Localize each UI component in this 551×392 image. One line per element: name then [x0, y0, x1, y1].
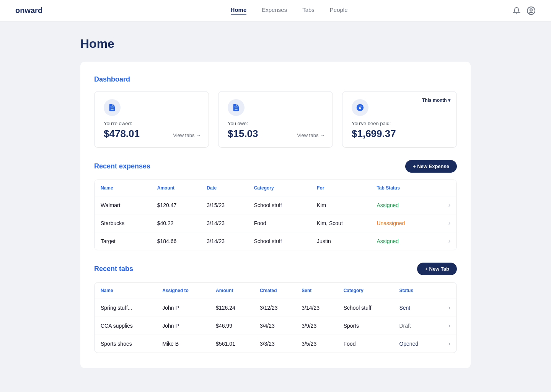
- dashboard-cards: You're owed: $478.01 View tabs → You owe…: [94, 91, 457, 148]
- expense-tab-status: Assigned: [370, 196, 434, 214]
- tab-created: 3/4/23: [254, 317, 295, 335]
- nav-people[interactable]: People: [330, 7, 348, 15]
- nav-tabs[interactable]: Tabs: [302, 7, 315, 15]
- tabs-col-amount: Amount: [210, 283, 254, 299]
- paid-card-icon: [352, 99, 368, 116]
- expense-row-chevron: ›: [434, 214, 456, 232]
- expense-for: Kim, Scout: [311, 214, 370, 232]
- owe-label: You owe:: [228, 121, 323, 126]
- tab-sent: 3/9/23: [295, 317, 337, 335]
- expense-name: Starbucks: [95, 214, 151, 232]
- new-tab-button[interactable]: + New Tab: [417, 263, 457, 275]
- nav-home[interactable]: Home: [231, 7, 247, 15]
- tab-status: Draft: [393, 317, 437, 335]
- expense-amount: $184.66: [151, 232, 201, 250]
- page-title: Home: [80, 37, 471, 51]
- col-amount: Amount: [151, 180, 201, 196]
- tabs-col-created: Created: [254, 283, 295, 299]
- expense-date: 3/14/23: [201, 214, 248, 232]
- expense-amount: $40.22: [151, 214, 201, 232]
- expense-row-chevron: ›: [434, 196, 456, 214]
- col-date: Date: [201, 180, 248, 196]
- new-expense-button[interactable]: + New Expense: [405, 160, 457, 173]
- tab-row[interactable]: CCA supplies John P $46.99 3/4/23 3/9/23…: [95, 317, 456, 335]
- expenses-header: Recent expenses + New Expense: [94, 160, 457, 173]
- expense-date: 3/15/23: [201, 196, 248, 214]
- navbar: onward Home Expenses Tabs People: [0, 0, 551, 21]
- expense-row-chevron: ›: [434, 232, 456, 250]
- tab-created: 3/12/23: [254, 299, 295, 317]
- tab-row[interactable]: Sports shoes Mike B $561.01 3/3/23 3/5/2…: [95, 335, 456, 353]
- tab-created: 3/3/23: [254, 335, 295, 353]
- expense-amount: $120.47: [151, 196, 201, 214]
- tab-row[interactable]: Spring stuff... John P $126.24 3/12/23 3…: [95, 299, 456, 317]
- dashboard-title: Dashboard: [94, 75, 457, 83]
- tabs-col-chevron: [437, 283, 456, 299]
- expense-category: Food: [248, 214, 311, 232]
- tabs-col-status: Status: [393, 283, 437, 299]
- page-content: Home Dashboard You're owed: $478.01 View…: [73, 21, 478, 384]
- expense-row[interactable]: Target $184.66 3/14/23 School stuff Just…: [95, 232, 456, 250]
- owe-card-icon: [228, 99, 245, 116]
- expenses-title: Recent expenses: [94, 162, 150, 170]
- tab-category: Sports: [337, 317, 393, 335]
- tab-amount: $561.01: [210, 335, 254, 353]
- tab-name: Sports shoes: [95, 335, 156, 353]
- tab-amount: $126.24: [210, 299, 254, 317]
- expense-date: 3/14/23: [201, 232, 248, 250]
- tab-category: Food: [337, 335, 393, 353]
- expense-tab-status: Unassigned: [370, 214, 434, 232]
- expense-for: Justin: [311, 232, 370, 250]
- tabs-title: Recent tabs: [94, 265, 133, 273]
- tabs-table: Name Assigned to Amount Created Sent Cat…: [95, 283, 456, 353]
- expense-name: Walmart: [95, 196, 151, 214]
- paid-card: This month ▾ You've been paid: $1,699.37: [342, 91, 457, 148]
- col-category: Category: [248, 180, 311, 196]
- col-tab-status: Tab Status: [370, 180, 434, 196]
- owe-card: You owe: $15.03 View tabs →: [218, 91, 333, 148]
- tabs-col-assigned: Assigned to: [156, 283, 210, 299]
- this-month-dropdown[interactable]: This month ▾: [422, 98, 450, 103]
- user-menu-button[interactable]: [527, 6, 536, 15]
- expense-tab-status: Assigned: [370, 232, 434, 250]
- owed-view-tabs[interactable]: View tabs →: [173, 132, 201, 138]
- app-logo: onward: [15, 6, 42, 15]
- expenses-header-row: Name Amount Date Category For Tab Status: [95, 180, 456, 196]
- main-card: Dashboard You're owed: $478.01 View tabs…: [80, 62, 471, 368]
- paid-value: $1,699.37: [352, 128, 447, 140]
- tab-row-chevron: ›: [437, 317, 456, 335]
- owe-view-tabs[interactable]: View tabs →: [297, 132, 325, 138]
- tab-row-chevron: ›: [437, 299, 456, 317]
- col-name: Name: [95, 180, 151, 196]
- nav-expenses[interactable]: Expenses: [262, 7, 287, 15]
- tab-sent: 3/14/23: [295, 299, 337, 317]
- tabs-col-category: Category: [337, 283, 393, 299]
- col-for: For: [311, 180, 370, 196]
- tab-assigned-to: Mike B: [156, 335, 210, 353]
- tab-row-chevron: ›: [437, 335, 456, 353]
- svg-point-1: [530, 9, 532, 11]
- expense-row[interactable]: Starbucks $40.22 3/14/23 Food Kim, Scout…: [95, 214, 456, 232]
- tabs-header: Recent tabs + New Tab: [94, 263, 457, 275]
- owed-card-icon: [104, 99, 121, 116]
- tab-amount: $46.99: [210, 317, 254, 335]
- tab-name: CCA supplies: [95, 317, 156, 335]
- paid-label: You've been paid:: [352, 121, 447, 126]
- owed-label: You're owed:: [104, 121, 199, 126]
- nav-links: Home Expenses Tabs People: [65, 7, 513, 15]
- recent-tabs-section: Recent tabs + New Tab Name Assigned to A…: [94, 263, 457, 353]
- dashboard-section: Dashboard You're owed: $478.01 View tabs…: [94, 75, 457, 148]
- expense-for: Kim: [311, 196, 370, 214]
- expense-category: School stuff: [248, 232, 311, 250]
- col-chevron-header: [434, 180, 456, 196]
- nav-icons: [513, 6, 536, 15]
- expense-row[interactable]: Walmart $120.47 3/15/23 School stuff Kim…: [95, 196, 456, 214]
- notification-button[interactable]: [513, 7, 520, 15]
- expense-name: Target: [95, 232, 151, 250]
- tab-sent: 3/5/23: [295, 335, 337, 353]
- tabs-table-wrap: Name Assigned to Amount Created Sent Cat…: [94, 282, 457, 353]
- tab-status: Sent: [393, 299, 437, 317]
- owed-card: You're owed: $478.01 View tabs →: [94, 91, 209, 148]
- tabs-col-sent: Sent: [295, 283, 337, 299]
- tab-category: School stuff: [337, 299, 393, 317]
